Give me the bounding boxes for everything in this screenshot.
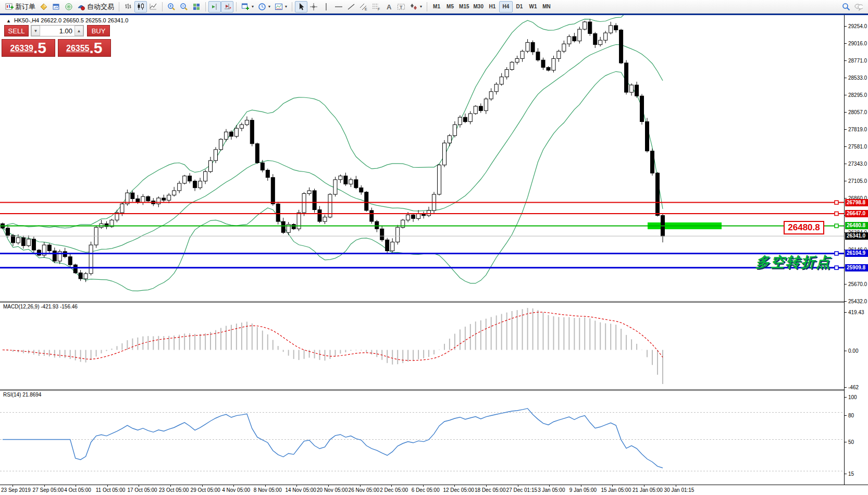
text-icon: A xyxy=(385,3,393,11)
fibonacci-button[interactable]: F xyxy=(370,1,382,13)
template-button[interactable]: ▾ xyxy=(272,1,289,13)
arrows-button[interactable]: ▾ xyxy=(407,1,424,13)
crosshair-button[interactable] xyxy=(307,1,320,13)
macd-histogram-bar xyxy=(127,340,128,350)
timeframe-m15-button[interactable]: M15 xyxy=(457,1,471,13)
main-chart-canvas[interactable] xyxy=(0,15,844,301)
macd-tick-label: -462 xyxy=(848,385,859,390)
chat-button[interactable] xyxy=(852,1,865,13)
date-label: 20 Nov 05:00 xyxy=(317,487,348,493)
chevron-down-icon[interactable]: ▾ xyxy=(420,4,422,9)
trendline-button[interactable] xyxy=(345,1,357,13)
volume-increase-button[interactable]: ▲ xyxy=(75,26,83,36)
macd-histogram-bar xyxy=(491,317,492,350)
buy-price-box[interactable]: 26355.5 xyxy=(58,39,111,57)
candlestick-button[interactable] xyxy=(134,1,147,13)
zoom-in-button[interactable] xyxy=(165,1,178,13)
chevron-down-icon[interactable]: ▾ xyxy=(285,4,287,9)
date-label: 29 Oct 05:00 xyxy=(191,487,220,493)
chart-shift-button[interactable] xyxy=(208,1,221,13)
line-end-marker[interactable] xyxy=(835,224,838,228)
volume-decrease-button[interactable]: ▼ xyxy=(31,26,40,36)
symbol-ohlc-text: HK50-,H4 26622.0 26650.5 26255.0 26341.0 xyxy=(14,17,129,23)
line-end-marker[interactable] xyxy=(835,252,838,255)
text-button[interactable]: A xyxy=(382,1,395,13)
sell-price-int: 26339 xyxy=(10,42,33,55)
timeframe-mn-button[interactable]: MN xyxy=(540,1,553,13)
macd-histogram-bar xyxy=(397,350,398,365)
macd-histogram-bar xyxy=(662,350,663,385)
timeframe-d1-button[interactable]: D1 xyxy=(513,1,526,13)
price-tick-label: 28533.0 xyxy=(848,75,867,81)
candle-body xyxy=(167,195,171,200)
date-label: 23 Oct 05:00 xyxy=(159,487,189,493)
rsi-pane-canvas[interactable] xyxy=(0,391,844,485)
buy-button[interactable]: BUY xyxy=(87,25,110,36)
zoom-out-button[interactable] xyxy=(178,1,190,13)
cursor-button[interactable] xyxy=(295,1,307,13)
candle-body xyxy=(199,181,202,188)
auto-trading-button[interactable]: 自动交易 xyxy=(75,1,116,13)
line-end-marker[interactable] xyxy=(835,201,838,204)
chevron-down-icon[interactable]: ▾ xyxy=(268,4,270,9)
line-end-marker[interactable] xyxy=(835,212,838,216)
candle-body xyxy=(281,221,285,232)
collapse-arrow-icon[interactable]: ▲ xyxy=(6,18,11,23)
price-badge-26341.0: 26341.0 xyxy=(845,232,868,240)
timeframe-m1-button[interactable]: M1 xyxy=(430,1,443,13)
new-chart-button[interactable]: ▾ xyxy=(239,1,256,13)
sell-button[interactable]: SELL xyxy=(4,25,29,36)
candle-body xyxy=(630,85,634,92)
candle-body xyxy=(146,196,150,201)
date-tick-mark xyxy=(139,485,139,487)
text-label-button[interactable]: T xyxy=(395,1,407,13)
line-end-marker[interactable] xyxy=(835,266,838,269)
timeframe-m5-button[interactable]: M5 xyxy=(443,1,457,13)
macd-histogram-bar xyxy=(366,350,367,352)
volume-input[interactable] xyxy=(40,26,75,36)
date-label: 15 Jan 05:00 xyxy=(601,487,631,493)
macd-histogram-bar xyxy=(631,339,632,350)
sell-price-box[interactable]: 26339.5 xyxy=(2,39,55,57)
macd-histogram-bar xyxy=(345,350,346,353)
equidistant-channel-button[interactable]: E xyxy=(357,1,370,13)
tile-windows-button[interactable] xyxy=(190,1,203,13)
layouts-button[interactable] xyxy=(38,1,50,13)
macd-histogram-bar xyxy=(402,350,403,363)
timeframe-m30-button[interactable]: M30 xyxy=(472,1,486,13)
candle-body xyxy=(505,70,509,77)
macd-histogram-bar xyxy=(371,350,372,355)
macd-histogram-bar xyxy=(241,323,242,350)
annotation-text[interactable]: 多空转折点 xyxy=(755,253,831,271)
date-tick-mark xyxy=(423,485,424,487)
macd-histogram-bar xyxy=(314,350,315,358)
search-button[interactable] xyxy=(840,1,852,13)
macd-histogram-bar xyxy=(475,321,476,350)
toolbar-separator xyxy=(427,2,427,11)
period-button[interactable]: ▾ xyxy=(256,1,272,13)
timeframe-w1-button[interactable]: W1 xyxy=(526,1,540,13)
rsi-tick-label: 50 xyxy=(848,439,854,445)
macd-histogram-bar xyxy=(423,350,424,358)
vertical-line-button[interactable] xyxy=(320,1,332,13)
macd-histogram-bar xyxy=(80,350,81,362)
new-order-button[interactable]: 新订单 xyxy=(3,1,38,13)
timeframe-h4-button[interactable]: H4 xyxy=(499,1,513,13)
macd-histogram-bar xyxy=(600,323,601,350)
macd-pane-canvas[interactable] xyxy=(0,303,844,389)
macd-histogram-bar xyxy=(283,350,284,352)
bar-chart-button[interactable] xyxy=(122,1,134,13)
horizontal-line-button[interactable] xyxy=(332,1,345,13)
timeframe-h1-button[interactable]: H1 xyxy=(486,1,499,13)
bar-chart-icon xyxy=(124,3,132,11)
macd-histogram-bar xyxy=(465,327,466,350)
price-callout[interactable]: 26480.8 xyxy=(784,221,824,234)
macd-histogram-bar xyxy=(153,336,154,350)
chevron-down-icon[interactable]: ▾ xyxy=(252,4,254,9)
market-sonar-button[interactable] xyxy=(63,1,75,13)
charts-window-button[interactable] xyxy=(50,1,63,13)
macd-histogram-bar xyxy=(449,339,450,350)
line-chart-button[interactable] xyxy=(147,1,159,13)
svg-text:F: F xyxy=(378,7,380,11)
auto-scroll-button[interactable] xyxy=(221,1,233,13)
